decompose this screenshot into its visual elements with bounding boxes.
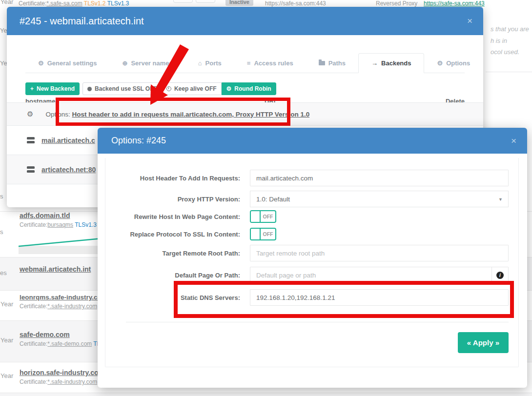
- tab-bar: ⚙ General settings ⊕ Server names ⌂ Port…: [25, 52, 465, 73]
- certificate-value-link[interactable]: *.safe-sa.com: [46, 0, 82, 7]
- keepalive-toggle-button[interactable]: Keep alive OFF: [162, 82, 222, 95]
- backend-modal-title: #245 - webmail.articatech.int: [20, 16, 144, 27]
- tab-label: Server names: [131, 59, 172, 67]
- field-rewrite-host: Rewrite Host In Web Page Content: OFF: [98, 210, 527, 223]
- status-badge: Inactive: [225, 0, 253, 6]
- static-dns-input[interactable]: [250, 289, 509, 306]
- clipped-cell: Ye: [0, 27, 7, 34]
- divider: [126, 322, 509, 322]
- field-label: Default Page Or Path:: [98, 272, 240, 279]
- listen-url-text: https://safe-sa.com:443: [265, 0, 326, 7]
- button-label: New Backend: [37, 85, 75, 92]
- button-label: Round Robin: [234, 85, 271, 92]
- tls13-badge: TLSv1.3: [107, 0, 129, 7]
- tab-paths[interactable]: Paths: [306, 54, 358, 73]
- field-label: Replace Protocol To SSL In Content:: [98, 231, 240, 238]
- certificate-link[interactable]: *.safe-industry.com: [47, 378, 97, 385]
- field-target-root: Target Remote Root Path:: [98, 245, 527, 261]
- options-modal-title: Options: #245: [111, 136, 166, 146]
- chevron-down-icon: ▼: [498, 197, 503, 202]
- tab-label: Paths: [328, 59, 346, 67]
- rewrite-host-toggle[interactable]: OFF: [250, 210, 276, 223]
- field-proxy-version: Proxy HTTP Version: 1.0: Default ▼: [98, 191, 527, 207]
- row-action-button[interactable]: [173, 0, 193, 3]
- toggle-state: OFF: [261, 229, 275, 239]
- clipped-cell: s: [0, 193, 3, 200]
- traffic-sparkline: [19, 236, 102, 256]
- gears-icon: ⚙: [38, 59, 44, 67]
- clipped-cell: es: [0, 269, 7, 277]
- options-summary-link[interactable]: Host header to add in requests mail.arti…: [72, 111, 309, 118]
- tls12-badge: TLSv1.2: [84, 0, 106, 7]
- target-root-input[interactable]: [250, 245, 509, 261]
- bank-icon: ⌂: [198, 59, 202, 67]
- proxy-version-select[interactable]: 1.0: Default: [250, 191, 509, 207]
- field-host-header: Host Header To Add In Requests:: [98, 170, 527, 186]
- clipped-cell: Year: [0, 337, 13, 344]
- field-static-dns: Static DNS Servers:: [98, 289, 527, 306]
- server-icon: [27, 137, 35, 143]
- server-icon: [27, 166, 35, 173]
- info-button[interactable]: i: [491, 267, 508, 283]
- site-row-adfs: adfs.domain.tld Certificate:bursaqms TLS…: [20, 212, 97, 228]
- ssl-badge-icon: [87, 87, 92, 91]
- down-arrow-icon: ↓: [204, 0, 207, 1]
- host-link[interactable]: adfs.domain.tld: [20, 212, 97, 219]
- options-summary: Options: Host header to add in requests …: [45, 111, 309, 118]
- download-button[interactable]: ↓: [196, 0, 215, 3]
- tab-label: Backends: [381, 59, 411, 67]
- options-modal-header: Options: #245 ×: [98, 128, 527, 154]
- field-label: Proxy HTTP Version:: [98, 196, 240, 203]
- clipped-cell: Year: [0, 0, 13, 5]
- host-link[interactable]: webmail.articatech.int: [20, 265, 91, 273]
- arrow-right-icon: →: [371, 59, 378, 67]
- folder-icon: [319, 61, 325, 65]
- tab-label: Ports: [205, 59, 222, 67]
- tab-ports[interactable]: ⌂ Ports: [185, 54, 234, 73]
- options-modal: Options: #245 × Host Header To Add In Re…: [98, 128, 527, 388]
- bottom-strip: [0, 393, 532, 396]
- toggle-state: OFF: [261, 211, 275, 222]
- options-form-panel: [105, 158, 519, 367]
- close-icon[interactable]: ×: [467, 16, 472, 26]
- certificate-link[interactable]: bursaqms: [47, 221, 73, 228]
- reversed-proxy-link[interactable]: https://safe-sa.com:443: [424, 0, 485, 7]
- tab-server-names[interactable]: ⊕ Server names: [110, 54, 185, 73]
- list-icon: ≡: [247, 59, 251, 67]
- apply-button[interactable]: « Apply »: [458, 332, 509, 353]
- host-header-input[interactable]: [250, 170, 509, 186]
- close-icon[interactable]: ×: [511, 136, 516, 146]
- certificate-link[interactable]: *.safe-demo.com: [47, 340, 92, 347]
- background-top-row: Certificate:*.safe-sa.com TLSv1.2 TLSv1.…: [0, 0, 532, 7]
- plus-icon: +: [30, 85, 34, 92]
- backend-host-link[interactable]: articatech.net:80: [41, 166, 96, 174]
- tab-backends[interactable]: → Backends: [358, 53, 424, 73]
- tab-label: General settings: [47, 59, 97, 67]
- backend-ssl-toggle-button[interactable]: Backend use SSL OFF: [82, 82, 162, 95]
- info-icon: i: [496, 272, 504, 279]
- tab-access-rules[interactable]: ≡ Access rules: [234, 54, 306, 73]
- clipped-cell: Ye: [0, 59, 7, 67]
- backend-host-link[interactable]: mail.articatech.c: [41, 137, 95, 144]
- tab-options[interactable]: ⚙ Options: [424, 54, 483, 73]
- button-label: Backend use SSL OFF: [95, 85, 157, 92]
- round-robin-button[interactable]: ⚙ Round Robin: [222, 82, 276, 95]
- field-default-page: Default Page Or Path: i: [98, 267, 527, 283]
- help-note-fragment: s that you are: [491, 25, 529, 33]
- certificate-label: Certificate:: [19, 0, 46, 7]
- certificate-text: Certificate:*.safe-sa.com TLSv1.2 TLSv1.…: [19, 0, 129, 7]
- help-note-fragment: ocol used.: [491, 48, 519, 56]
- tab-label: Access rules: [254, 59, 293, 67]
- default-page-input[interactable]: [250, 267, 509, 283]
- new-backend-button[interactable]: + New Backend: [25, 82, 80, 95]
- field-label: Target Remote Root Path:: [98, 250, 240, 257]
- gears-icon: ⚙: [226, 85, 232, 92]
- tab-general-settings[interactable]: ⚙ General settings: [25, 54, 110, 73]
- field-replace-protocol: Replace Protocol To SSL In Content: OFF: [98, 228, 527, 240]
- toggle-knob: [251, 229, 261, 239]
- field-label: Host Header To Add In Requests:: [98, 175, 240, 182]
- tab-label: Options: [446, 59, 470, 67]
- certificate-link[interactable]: *.safe-industry.com: [47, 303, 97, 310]
- clipped-cell: Year: [0, 372, 13, 379]
- replace-protocol-toggle[interactable]: OFF: [250, 228, 276, 240]
